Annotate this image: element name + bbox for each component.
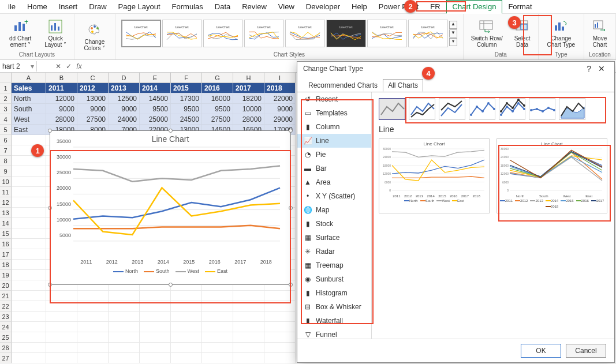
category-sunburst[interactable]: ◉Sunburst	[297, 272, 371, 286]
table-cell[interactable]: 28000	[233, 114, 264, 125]
cell[interactable]	[264, 332, 296, 343]
ribbon-tab-page-layout[interactable]: Page Layout	[113, 1, 166, 13]
table-cell[interactable]: 16000	[202, 93, 233, 104]
table-cell[interactable]: 9000	[264, 104, 296, 114]
cell[interactable]	[233, 332, 264, 343]
table-cell[interactable]: West	[12, 114, 46, 125]
chevron-down-icon[interactable]: ▾	[31, 62, 34, 70]
table-cell[interactable]: East	[12, 125, 46, 135]
ribbon-tab-insert[interactable]: Insert	[53, 1, 84, 13]
row-header[interactable]: 27	[0, 353, 12, 363]
cell[interactable]	[233, 353, 264, 363]
chart-style-3[interactable]: Line Chart	[203, 20, 243, 47]
row-header[interactable]: 15	[0, 228, 12, 239]
cell[interactable]	[140, 322, 171, 332]
cell[interactable]	[12, 197, 46, 208]
cell[interactable]	[77, 312, 109, 322]
category-line[interactable]: 📈Line	[297, 134, 371, 148]
help-button[interactable]: ?	[583, 64, 595, 73]
accept-formula-icon[interactable]: ✓	[64, 62, 74, 70]
row-header[interactable]: 6	[0, 135, 12, 145]
cell[interactable]	[12, 249, 46, 260]
row-header[interactable]: 8	[0, 156, 12, 166]
column-header[interactable]: B	[46, 73, 77, 82]
cell[interactable]	[202, 312, 233, 322]
row-header[interactable]: 18	[0, 260, 12, 270]
cell[interactable]	[46, 343, 77, 353]
cell[interactable]	[171, 312, 202, 322]
line-subtype-1[interactable]	[379, 98, 405, 120]
cell[interactable]	[77, 353, 109, 363]
tab-all-charts[interactable]: All Charts	[383, 79, 423, 92]
row-header[interactable]: 20	[0, 280, 12, 291]
table-cell[interactable]: 13000	[77, 93, 109, 104]
chart-style-5[interactable]: Line Chart	[285, 20, 325, 47]
table-cell[interactable]: 28000	[46, 114, 77, 125]
category-area[interactable]: ▲Area	[297, 175, 371, 189]
cell[interactable]	[140, 332, 171, 343]
cell[interactable]	[12, 353, 46, 363]
fx-icon[interactable]: fx	[74, 62, 84, 70]
gallery-scroll-up[interactable]: ▲	[449, 21, 457, 29]
row-header[interactable]: 25	[0, 332, 12, 343]
cell[interactable]	[109, 312, 140, 322]
ribbon-tab-developer[interactable]: Developer	[300, 1, 346, 13]
ribbon-tab-format[interactable]: Format	[502, 1, 537, 13]
cell[interactable]	[233, 301, 264, 312]
cell[interactable]	[264, 322, 296, 332]
line-subtype-5[interactable]	[499, 98, 525, 120]
change-colors-button[interactable]: Change Colors ˅	[78, 21, 111, 52]
ribbon-tab-formulas[interactable]: Formulas	[166, 1, 209, 13]
row-header[interactable]: 23	[0, 312, 12, 322]
row-header[interactable]: 3	[0, 104, 12, 114]
cell[interactable]	[140, 312, 171, 322]
cell[interactable]	[12, 228, 46, 239]
table-cell[interactable]: South	[12, 104, 46, 114]
chart-styles-gallery[interactable]: Line ChartLine ChartLine ChartLine Chart…	[119, 15, 460, 51]
table-header-cell[interactable]: Sales	[12, 83, 46, 93]
row-header[interactable]: 13	[0, 208, 12, 218]
column-header[interactable]: F	[171, 73, 202, 82]
switch-row-column-button[interactable]: Switch Row/ Column	[467, 17, 507, 49]
cell[interactable]	[46, 301, 77, 312]
cell[interactable]	[140, 353, 171, 363]
table-cell[interactable]: 12500	[109, 93, 140, 104]
chart-title[interactable]: Line Chart	[50, 131, 290, 147]
cell[interactable]	[77, 301, 109, 312]
category-column[interactable]: ▮Column	[297, 120, 371, 134]
chart-style-6[interactable]: Line Chart	[326, 20, 366, 47]
cell[interactable]	[264, 343, 296, 353]
cell[interactable]	[46, 332, 77, 343]
chart-style-4[interactable]: Line Chart	[244, 20, 284, 47]
line-subtype-4[interactable]	[469, 98, 495, 120]
row-header[interactable]: 21	[0, 291, 12, 301]
row-header[interactable]: 10	[0, 177, 12, 187]
row-header[interactable]: 26	[0, 343, 12, 353]
row-header[interactable]: 1	[0, 83, 12, 93]
row-header[interactable]: 14	[0, 218, 12, 228]
chart-style-2[interactable]: Line Chart	[162, 20, 202, 47]
row-header[interactable]: 11	[0, 187, 12, 197]
ribbon-tab-draw[interactable]: Draw	[83, 1, 112, 13]
column-header[interactable]: G	[202, 73, 233, 82]
cell[interactable]	[12, 156, 46, 166]
cell[interactable]	[12, 291, 46, 301]
cell[interactable]	[46, 312, 77, 322]
cell[interactable]	[233, 343, 264, 353]
cell[interactable]	[12, 239, 46, 249]
cell[interactable]	[12, 322, 46, 332]
ribbon-tab-view[interactable]: View	[272, 1, 300, 13]
table-cell[interactable]: 14500	[140, 93, 171, 104]
cell[interactable]	[12, 260, 46, 270]
row-header[interactable]: 19	[0, 270, 12, 280]
table-cell[interactable]: 27500	[77, 114, 109, 125]
category-pie[interactable]: ◔Pie	[297, 148, 371, 162]
chart-style-7[interactable]: Line Chart	[367, 20, 407, 47]
cell[interactable]	[12, 208, 46, 218]
cell[interactable]	[171, 301, 202, 312]
ok-button[interactable]: OK	[521, 344, 561, 358]
cell[interactable]	[12, 218, 46, 228]
chart-preview-1[interactable]: Line Chart 0600012000180002400030000 201…	[379, 138, 490, 213]
category-templates[interactable]: ▭Templates	[297, 106, 371, 120]
table-cell[interactable]: 10000	[233, 104, 264, 114]
